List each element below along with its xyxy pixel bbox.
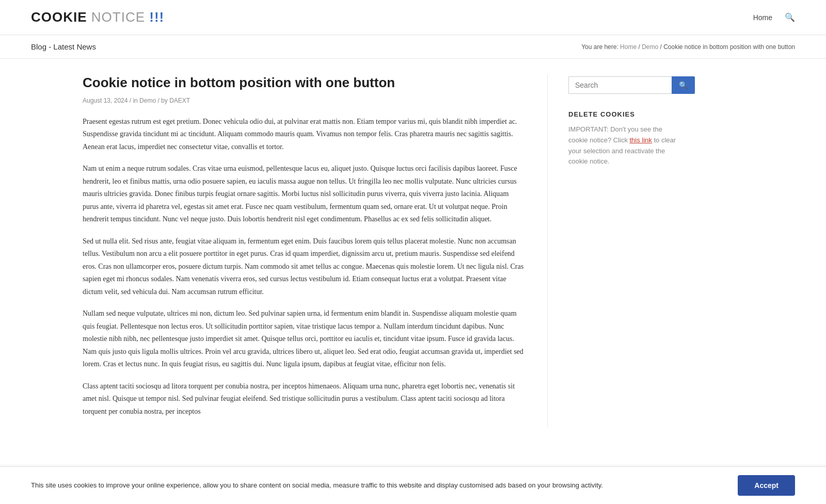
sidebar: 🔍 DELETE COOKIES IMPORTANT: Don't you se… [568,74,682,427]
breadcrumb-bar: Blog - Latest News You are here: Home / … [0,35,826,59]
blog-section-title: Blog - Latest News [31,42,96,51]
breadcrumb-current: Cookie notice in bottom position with on… [663,43,795,51]
article-paragraph-1: Praesent egestas rutrum est eget pretium… [83,116,527,154]
search-widget: 🔍 [568,76,682,94]
delete-cookies-title: DELETE COOKIES [568,110,682,118]
article-title: Cookie notice in bottom position with on… [83,74,527,92]
article-paragraph-5: Class aptent taciti sociosqu ad litora t… [83,380,527,418]
article-body: Praesent egestas rutrum est eget pretium… [83,116,527,418]
nav-home-link[interactable]: Home [753,13,772,22]
article-date: August 13, 2024 [83,97,128,104]
site-header: COOKIE NOTICE !!! Home 🔍 [0,0,826,35]
breadcrumb-demo[interactable]: Demo [642,43,658,51]
search-icon[interactable]: 🔍 [785,12,795,22]
main-content: Cookie notice in bottom position with on… [52,59,774,443]
article-paragraph-3: Sed ut nulla elit. Sed risus ante, feugi… [83,235,527,299]
breadcrumb-home[interactable]: Home [620,43,637,51]
delete-cookies-link[interactable]: this link [630,136,652,144]
delete-cookies-widget: DELETE COOKIES IMPORTANT: Don't you see … [568,110,682,167]
article-area: Cookie notice in bottom position with on… [83,74,527,427]
article-paragraph-2: Nam ut enim a neque rutrum sodales. Cras… [83,162,527,226]
article-category[interactable]: Demo [139,97,156,104]
breadcrumb: You are here: Home / Demo / Cookie notic… [581,43,795,51]
delete-cookies-text: IMPORTANT: Don't you see the cookie noti… [568,124,682,167]
search-button[interactable]: 🔍 [672,76,695,94]
search-input[interactable] [568,76,672,94]
article-meta: August 13, 2024 / in Demo / by DAEXT [83,97,527,104]
site-logo: COOKIE NOTICE !!! [31,9,164,25]
header-nav: Home 🔍 [753,12,795,22]
article-author[interactable]: DAEXT [169,97,190,104]
content-divider [547,74,548,427]
article-paragraph-4: Nullam sed neque vulputate, ultrices mi … [83,307,527,371]
search-icon: 🔍 [679,81,688,89]
breadcrumb-prefix: You are here: [581,43,618,51]
